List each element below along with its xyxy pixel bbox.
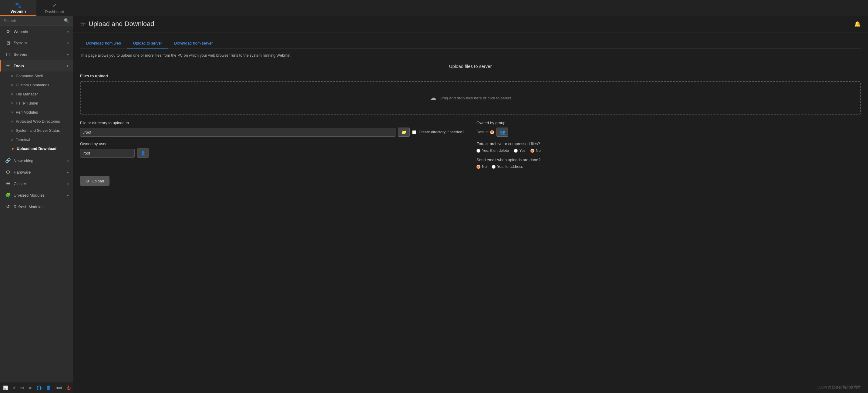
chevron-right-icon-servers: ◂ (67, 53, 68, 56)
sidebar-item-servers[interactable]: ◻ Servers ◂ (0, 48, 73, 60)
extract-yes-label: Yes (519, 149, 525, 153)
send-email-no-radio[interactable] (476, 165, 480, 169)
favorite-star-icon[interactable]: ☆ (80, 20, 86, 28)
drop-zone[interactable]: ☁ Drag and drop files here or click to s… (80, 81, 861, 114)
main-header: ☆ Upload and Download 🔔 (73, 16, 868, 32)
upload-button-label: Upload (92, 179, 104, 183)
sidebar-subitem-command-shell[interactable]: Command Shell (0, 71, 73, 80)
tab-upload-server-label: Upload to server (133, 41, 162, 45)
tab-download-server[interactable]: Download from server (168, 38, 219, 48)
sidebar-item-tools[interactable]: ✳ Tools ▾ (0, 60, 73, 71)
owned-by-user-input[interactable] (80, 149, 135, 158)
create-dir-checkbox-row: Create directory if needed? (412, 130, 464, 134)
tabs-container: Download from web Upload to server Downl… (80, 38, 861, 48)
search-input[interactable] (4, 19, 64, 23)
chevron-right-icon-system: ◂ (67, 41, 68, 45)
notification-bell-icon[interactable]: 🔔 (854, 21, 861, 27)
search-bar[interactable]: 🔍 (0, 16, 73, 26)
sidebar-item-unused-modules-label: Un-used Modules (14, 193, 44, 198)
chevron-right-icon-networking: ◂ (67, 159, 68, 163)
sidebar-item-cluster[interactable]: ☰ Cluster ◂ (0, 178, 73, 189)
sidebar-item-system-label: System (14, 41, 27, 45)
tab-download-server-label: Download from server (174, 41, 213, 45)
sidebar-subitem-upload-download-label: Upload and Download (17, 146, 56, 151)
sidebar-subitem-file-manager[interactable]: File Manager (0, 90, 73, 99)
extract-archive-group: Extract archive or compressed files? Yes… (476, 141, 861, 153)
file-browser-button[interactable]: 📁 (398, 128, 410, 137)
owned-by-group-radio-row: Default (476, 130, 494, 134)
owned-by-group-default-label: Default (476, 130, 489, 134)
dashboard-tab[interactable]: ✓ Dashboard (36, 0, 73, 16)
globe-icon[interactable]: 🌐 (36, 386, 41, 390)
extract-yes-delete-radio[interactable] (476, 149, 480, 153)
hardware-nav-icon: ⬡ (5, 169, 11, 175)
sidebar-subitem-upload-download[interactable]: Upload and Download (0, 144, 73, 153)
create-dir-checkbox[interactable] (412, 130, 416, 134)
sidebar-subitem-custom-commands[interactable]: Custom Commands (0, 80, 73, 90)
divider (0, 154, 73, 154)
user-icon: 👤 (46, 386, 51, 390)
envelope-icon[interactable]: ✉ (20, 386, 24, 390)
sidebar-item-webmin[interactable]: ⚙ Webmin ◂ (0, 26, 73, 37)
drop-zone-text: Drag and drop files here or click to sel… (439, 96, 511, 100)
chevron-down-icon-tools: ▾ (67, 64, 68, 68)
extract-yes-span: Yes (514, 149, 525, 153)
user-picker-button[interactable]: 👤 (137, 149, 149, 158)
star-icon[interactable]: ★ (28, 386, 32, 390)
tab-upload-server[interactable]: Upload to server (127, 38, 168, 48)
sidebar-subitem-terminal[interactable]: Terminal (0, 135, 73, 144)
page-title: Upload and Download (89, 20, 154, 28)
sidebar-subitem-file-manager-label: File Manager (16, 92, 38, 96)
chevron-right-icon-unused: ◂ (67, 193, 68, 197)
sidebar-subitem-protected-web-dirs-label: Protected Web Directories (16, 120, 60, 124)
tab-download-web[interactable]: Download from web (80, 38, 127, 48)
sidebar-subitem-system-server-status[interactable]: System and Server Status (0, 126, 73, 135)
top-bar: 🐾 Webmin ✓ Dashboard (0, 0, 868, 16)
dot-icon (11, 75, 13, 77)
dot-icon (11, 130, 13, 131)
extract-no-radio[interactable] (530, 149, 534, 153)
bar-chart-icon[interactable]: 📊 (3, 386, 8, 390)
extract-yes-delete-label: Yes, then delete (482, 149, 509, 153)
webmin-tab[interactable]: 🐾 Webmin (0, 0, 36, 16)
extract-yes-delete-span: Yes, then delete (476, 149, 509, 153)
form-grid: File or directory to upload to 📁 Create … (80, 121, 861, 169)
sidebar-item-servers-label: Servers (14, 52, 27, 57)
owned-by-group-group: Owned by group Default 👥 (476, 121, 861, 137)
dot-icon (11, 139, 13, 140)
sidebar-item-system[interactable]: 🖥 System ◂ (0, 37, 73, 48)
dashboard-icon: ✓ (53, 2, 57, 9)
files-to-upload-label: Files to upload (80, 74, 861, 78)
group-picker-button[interactable]: 👥 (496, 128, 508, 137)
sidebar-item-unused-modules[interactable]: 🧩 Un-used Modules ◂ (0, 189, 73, 201)
sidebar-subitem-perl-modules[interactable]: Perl Modules (0, 108, 73, 117)
extract-yes-radio[interactable] (514, 149, 518, 153)
dot-icon (11, 111, 13, 113)
sidebar-item-tools-label: Tools (14, 64, 24, 68)
logout-icon[interactable]: ⏻ (66, 386, 71, 390)
owned-by-user-label: Owned by user (80, 141, 464, 146)
dot-icon (11, 121, 13, 123)
layout: 🔍 ⚙ Webmin ◂ 🖥 System ◂ ◻ Servers ◂ ✳ To… (0, 16, 868, 393)
sidebar-subitem-http-tunnel[interactable]: HTTP Tunnel (0, 99, 73, 108)
sidebar-subitem-protected-web-dirs[interactable]: Protected Web Directories (0, 117, 73, 126)
sidebar-item-cluster-label: Cluster (14, 182, 26, 186)
webmin-nav-icon: ⚙ (5, 29, 11, 34)
sidebar-subitem-http-tunnel-label: HTTP Tunnel (16, 101, 38, 105)
page-description: This page allows you to upload one or mo… (80, 53, 861, 58)
sidebar-item-hardware[interactable]: ⬡ Hardware ◂ (0, 166, 73, 178)
sidebar-subitem-terminal-label: Terminal (16, 137, 30, 142)
credit-watermark: CSDN @勤奋的凯尔森同学 (73, 382, 868, 393)
file-dir-input[interactable] (80, 128, 396, 137)
send-email-no-span: No (476, 165, 487, 169)
page-title-container: ☆ Upload and Download (80, 20, 154, 28)
search-icon: 🔍 (64, 18, 69, 23)
upload-button[interactable]: ⊙ Upload (80, 176, 110, 186)
sidebar-item-networking[interactable]: 🔗 Networking ◂ (0, 155, 73, 166)
owned-by-group-default-radio[interactable] (490, 130, 494, 134)
asterisk-icon[interactable]: ✳ (12, 386, 16, 390)
owned-by-group-input-row: Default 👥 (476, 128, 861, 137)
sidebar-item-refresh-modules[interactable]: ↺ Refresh Modules (0, 201, 73, 212)
send-email-yes-radio[interactable] (492, 165, 496, 169)
sidebar-item-webmin-label: Webmin (14, 29, 28, 34)
